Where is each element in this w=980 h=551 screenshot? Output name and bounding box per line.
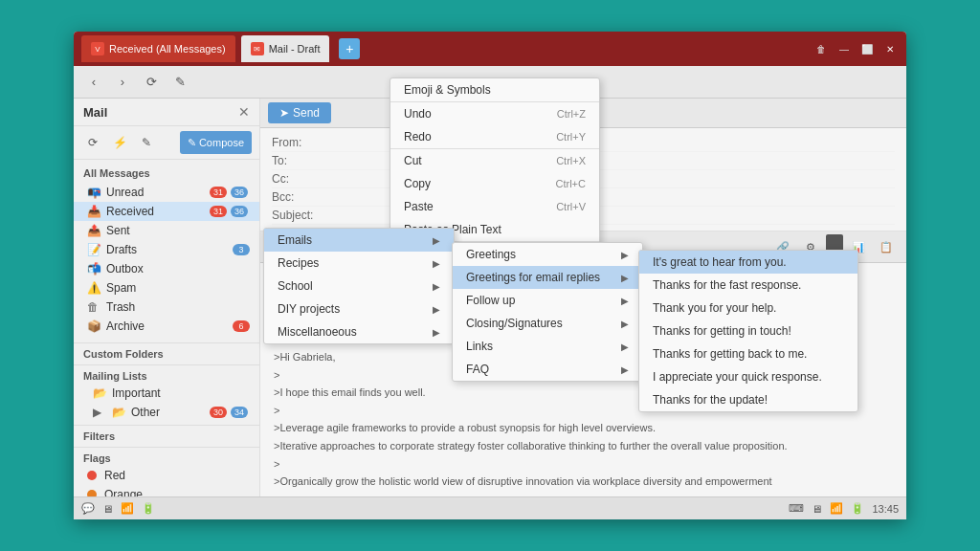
submenu2-faq-label: FAQ <box>466 363 489 376</box>
edit-button[interactable]: ✎ <box>167 70 192 95</box>
submenu1-misc-label: Miscellanoeous <box>278 325 357 339</box>
flag-orange-label: Orange <box>104 488 250 496</box>
folder-outbox[interactable]: 📬 Outbox <box>74 259 259 278</box>
menu-cut[interactable]: Cut Ctrl+X <box>390 149 599 172</box>
received-count1: 31 <box>210 206 227 217</box>
back-button[interactable]: ‹ <box>81 70 106 95</box>
maximize-button[interactable]: ⬜ <box>858 40 876 57</box>
insert-note-submenu: Emails ▶ Recipes ▶ School ▶ DIY projects… <box>263 228 455 344</box>
flag-red-label: Red <box>104 469 250 482</box>
unread-badges: 31 36 <box>210 187 250 198</box>
submenu2-greetings[interactable]: Greetings ▶ <box>453 243 642 266</box>
pencil-button[interactable]: ✎ <box>135 131 158 154</box>
submenu2-greetings-label: Greetings <box>466 248 516 261</box>
format-btn-5[interactable]: 📋 <box>874 234 899 259</box>
quoted-line-7: > <box>274 456 893 474</box>
submenu2-greetings-email-label: Greetings for email replies <box>466 271 600 284</box>
compose-button[interactable]: ✎ Compose <box>180 131 252 154</box>
folder-other[interactable]: ▶ 📂 Other 30 34 <box>74 403 259 422</box>
trash-button[interactable]: 🗑 <box>813 40 830 57</box>
submenu2-greetings-email[interactable]: Greetings for email replies ▶ <box>453 266 642 289</box>
close-button[interactable]: ✕ <box>881 40 899 57</box>
submenu2-followup[interactable]: Follow up ▶ <box>453 289 642 312</box>
menu-copy[interactable]: Copy Ctrl+C <box>390 172 599 195</box>
refresh-mail-button[interactable]: ⟳ <box>81 131 104 154</box>
submenu2-links-label: Links <box>466 340 493 353</box>
submenu1-school-arrow: ▶ <box>433 281 440 292</box>
submenu1-misc[interactable]: Miscellanoeous ▶ <box>264 320 454 343</box>
status-icon-6: 🖥 <box>812 503 822 515</box>
to-label: To: <box>272 154 324 167</box>
important-icon: 📂 <box>93 386 106 400</box>
forward-button[interactable]: › <box>110 70 135 95</box>
folder-drafts[interactable]: 📝 Drafts 3 <box>74 240 259 259</box>
received-label: Received <box>106 205 204 218</box>
archive-label: Archive <box>106 320 227 333</box>
submenu3-item-1[interactable]: It's great to hear from you. <box>639 251 858 274</box>
folder-archive[interactable]: 📦 Archive 6 <box>74 317 259 336</box>
submenu1-emails[interactable]: Emails ▶ <box>264 229 454 252</box>
submenu1-recipes[interactable]: Recipes ▶ <box>264 252 454 275</box>
flags-header: Flags <box>74 447 259 466</box>
folder-sent[interactable]: 📤 Sent <box>74 221 259 240</box>
folder-spam[interactable]: ⚠️ Spam <box>74 278 259 298</box>
unread-icon: 📭 <box>87 186 100 199</box>
tab-icon-draft: ✉ <box>251 42 264 55</box>
submenu2-greetings-email-arrow: ▶ <box>621 273 629 283</box>
menu-cut-label: Cut <box>404 154 422 167</box>
tab-draft[interactable]: ✉ Mail - Draft <box>241 35 330 62</box>
tab-received[interactable]: V Received (All Messages) <box>81 35 235 62</box>
add-tab-button[interactable]: + <box>339 38 360 59</box>
flag-orange-item[interactable]: Orange <box>74 485 259 496</box>
outbox-icon: 📬 <box>87 262 100 276</box>
filters-header: Filters <box>74 425 259 444</box>
status-icon-2: 🖥 <box>102 503 113 515</box>
submenu3-item-7[interactable]: Thanks for the update! <box>639 388 858 411</box>
submenu2-faq[interactable]: FAQ ▶ <box>453 358 642 381</box>
send-label: Send <box>293 106 320 120</box>
menu-redo-shortcut: Ctrl+Y <box>556 131 586 143</box>
send-button[interactable]: ➤ Send <box>268 102 331 123</box>
folder-important[interactable]: 📂 Important <box>74 384 259 403</box>
submenu3-item-5[interactable]: Thanks for getting back to me. <box>639 342 858 365</box>
submenu3-item-4[interactable]: Thanks for getting in touch! <box>639 320 858 342</box>
submenu2-followup-label: Follow up <box>466 294 515 307</box>
received-icon: 📥 <box>87 205 100 218</box>
status-right: ⌨ 🖥 📶 🔋 13:45 <box>789 502 899 515</box>
submenu3-item-6[interactable]: I appreciate your quick response. <box>639 365 858 388</box>
trash-label: Trash <box>106 300 250 314</box>
submenu2-links[interactable]: Links ▶ <box>453 335 642 358</box>
submenu1-diy[interactable]: DIY projects ▶ <box>264 298 454 320</box>
submenu1-school-label: School <box>278 279 313 293</box>
status-icon-1: 💬 <box>81 502 95 515</box>
menu-emoji-label: Emoji & Symbols <box>404 83 491 97</box>
menu-paste[interactable]: Paste Ctrl+V <box>390 195 599 218</box>
submenu2-closing[interactable]: Closing/Signatures ▶ <box>453 312 642 335</box>
folder-received[interactable]: 📥 Received 31 36 <box>74 202 259 221</box>
submenu1-school[interactable]: School ▶ <box>264 275 454 298</box>
menu-undo-label: Undo <box>404 107 432 121</box>
sidebar-close-button[interactable]: ✕ <box>238 104 250 120</box>
flag-red-item[interactable]: Red <box>74 466 259 485</box>
submenu2-closing-label: Closing/Signatures <box>466 317 563 330</box>
menu-redo[interactable]: Redo Ctrl+Y <box>390 125 599 148</box>
received-badges: 31 36 <box>210 206 250 217</box>
folder-section: All Messages 📭 Unread 31 36 📥 Received 3… <box>74 160 259 340</box>
filter-button[interactable]: ⚡ <box>108 131 131 154</box>
emails-submenu: Greetings ▶ Greetings for email replies … <box>452 242 643 382</box>
submenu3-item-3[interactable]: Thank you for your help. <box>639 297 858 320</box>
menu-emoji-symbols[interactable]: Emoji & Symbols <box>390 78 599 101</box>
unread-label: Unread <box>106 186 204 199</box>
send-icon: ➤ <box>279 106 289 120</box>
submenu3-item-2[interactable]: Thanks for the fast response. <box>639 274 858 297</box>
sent-icon: 📤 <box>87 224 100 237</box>
refresh-button[interactable]: ⟳ <box>139 70 164 95</box>
other-count1: 30 <box>210 407 227 418</box>
folder-unread[interactable]: 📭 Unread 31 36 <box>74 183 259 202</box>
menu-undo[interactable]: Undo Ctrl+Z <box>390 102 599 125</box>
minimize-button[interactable]: — <box>835 40 853 57</box>
folder-trash[interactable]: 🗑 Trash <box>74 298 259 317</box>
title-bar: V Received (All Messages) ✉ Mail - Draft… <box>74 32 906 66</box>
tab-label-draft: Mail - Draft <box>269 43 321 55</box>
sidebar-title: Mail <box>83 105 107 120</box>
